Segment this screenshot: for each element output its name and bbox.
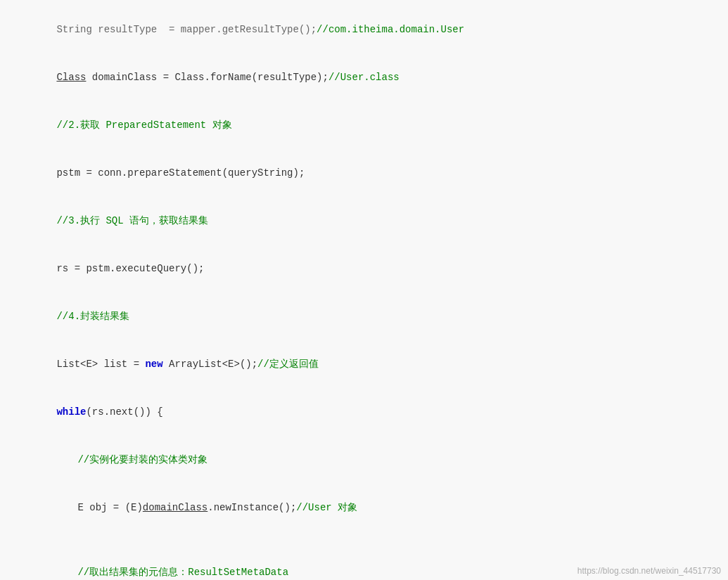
code-text: E obj = (E)domainClass.newInstance();//U… xyxy=(0,484,357,531)
code-text: List<E> list = new ArrayList<E>();//定义返回… xyxy=(0,341,319,387)
code-line: //2.获取 PreparedStatement 对象 xyxy=(0,101,728,149)
code-text: rs = pstm.executeQuery(); xyxy=(0,245,204,292)
code-line: //实例化要封装的实体类对象 xyxy=(0,436,728,484)
code-line: String resultType = mapper.getResultType… xyxy=(0,6,728,53)
code-line: E obj = (E)domainClass.newInstance();//U… xyxy=(0,484,728,531)
code-text: while(rs.next()) { xyxy=(0,389,163,435)
code-text: //取出结果集的元信息：ResultSetMetaData xyxy=(0,549,288,580)
code-line: pstm = conn.prepareStatement(queryString… xyxy=(0,149,728,197)
code-line: List<E> list = new ArrayList<E>();//定义返回… xyxy=(0,340,728,388)
code-text: Class domainClass = Class.forName(result… xyxy=(0,54,400,101)
code-container: String resultType = mapper.getResultType… xyxy=(0,0,728,580)
code-line: while(rs.next()) { xyxy=(0,388,728,436)
code-text: //实例化要封装的实体类对象 xyxy=(0,437,207,483)
code-text: String resultType = mapper.getResultType… xyxy=(0,6,464,53)
code-line: //3.执行 SQL 语句，获取结果集 xyxy=(0,197,728,245)
code-text xyxy=(0,532,13,548)
code-line xyxy=(0,531,728,548)
watermark: https://blog.csdn.net/weixin_44517730 xyxy=(577,566,721,576)
code-text: //3.执行 SQL 语句，获取结果集 xyxy=(0,198,208,244)
code-line: Class domainClass = Class.forName(result… xyxy=(0,53,728,101)
code-text: //2.获取 PreparedStatement 对象 xyxy=(0,102,232,148)
code-text: pstm = conn.prepareStatement(queryString… xyxy=(0,150,305,196)
code-line: //4.封装结果集 xyxy=(0,292,728,340)
code-text: //4.封装结果集 xyxy=(0,293,129,340)
code-line: rs = pstm.executeQuery(); xyxy=(0,245,728,292)
